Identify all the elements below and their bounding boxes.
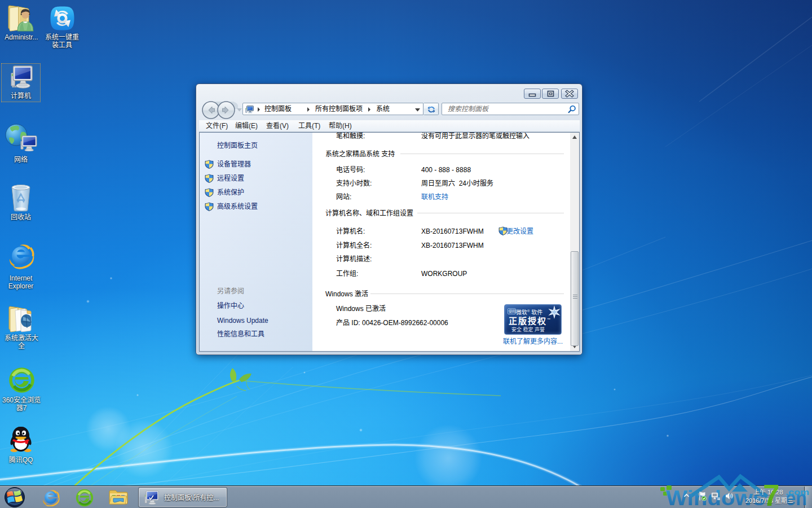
svg-text:7: 7 <box>763 479 779 508</box>
